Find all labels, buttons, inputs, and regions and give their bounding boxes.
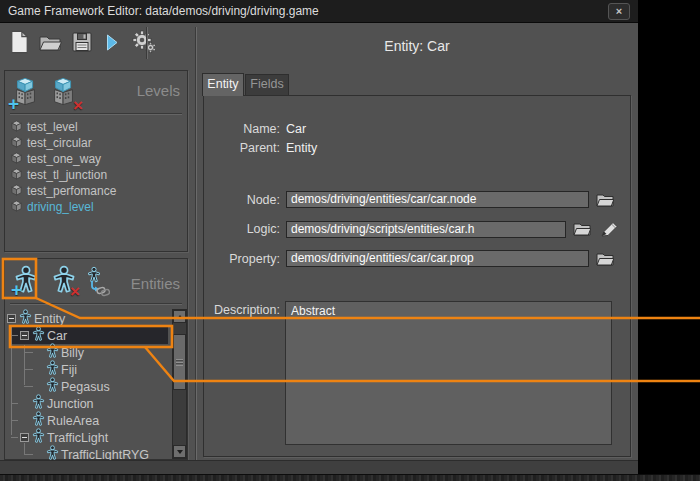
settings-button[interactable] (132, 30, 156, 54)
tree-item-car[interactable]: Car (5, 327, 168, 344)
file-fields: Node:demos/driving/entities/car/car.node… (206, 191, 631, 280)
play-button[interactable] (102, 34, 122, 51)
entities-panel-title: Entities (131, 275, 180, 292)
name-label: Name: (206, 122, 280, 136)
tree-item-label: TrafficLight (47, 431, 108, 445)
remove-entity-button[interactable]: × (48, 263, 80, 299)
tree-item-billy[interactable]: Billy (5, 344, 168, 361)
tree-item-pegasus[interactable]: Pegasus (5, 378, 168, 395)
add-entity-button[interactable]: + (10, 263, 42, 299)
node-label: Node: (206, 193, 280, 207)
levels-list: test_leveltest_circulartest_one_waytest_… (11, 119, 183, 215)
titlebar: Game Framework Editor: data/demos/drivin… (0, 0, 638, 23)
tree-item-entity[interactable]: Entity (5, 310, 168, 327)
tree-connector (24, 386, 33, 387)
level-list-item[interactable]: test_circular (11, 135, 183, 151)
tree-scrollbar[interactable] (172, 309, 187, 459)
tree-item-label: Junction (47, 397, 94, 411)
tree-expander-icon[interactable] (20, 433, 29, 442)
app-window: Game Framework Editor: data/demos/drivin… (0, 0, 638, 474)
close-button[interactable]: × (608, 3, 630, 20)
link-entity-button[interactable] (86, 263, 118, 299)
parent-label: Parent: (206, 141, 280, 155)
levels-panel: + × Levels test_leveltest_circulartest_o… (4, 70, 188, 252)
entity-person-icon (32, 326, 47, 345)
level-list-item[interactable]: test_level (11, 119, 183, 135)
toolbar-separator (146, 27, 148, 59)
levels-separator (10, 113, 182, 115)
property-label: Property: (206, 252, 280, 266)
level-item-label: test_level (27, 120, 78, 134)
tree-connector (24, 369, 33, 370)
level-list-item[interactable]: test_tl_junction (11, 167, 183, 183)
entities-panel: + × Entities Entity Car Billy Fiji Pegas… (4, 258, 188, 460)
tree-connector (11, 437, 18, 438)
node-path-input[interactable]: demos/driving/entities/car/car.node (286, 191, 589, 208)
parent-value: Entity (286, 141, 317, 155)
add-level-button[interactable]: + (10, 75, 42, 111)
level-cube-icon (11, 198, 27, 216)
tab-fields[interactable]: Fields (245, 74, 289, 95)
entity-person-icon (32, 428, 47, 447)
tree-item-trafficlight[interactable]: TrafficLight (5, 429, 168, 446)
logic-row: Logic:demos/driving/scripts/entities/car… (206, 221, 631, 238)
property-row: Property:demos/driving/entities/car/car.… (206, 250, 631, 267)
new-file-button[interactable] (10, 30, 29, 54)
entities-toolbar: + × (10, 263, 118, 299)
property-folder-button[interactable] (596, 252, 614, 266)
tree-item-label: Entity (34, 312, 65, 326)
level-item-label: test_circular (27, 136, 92, 150)
tree-item-label: Fiji (61, 363, 77, 377)
description-textarea[interactable]: Abstract (285, 301, 612, 445)
tree-expander-icon[interactable] (7, 314, 16, 323)
level-list-item[interactable]: test_one_way (11, 151, 183, 167)
window-footer (0, 460, 638, 474)
screen: Game Framework Editor: data/demos/drivin… (0, 0, 700, 481)
levels-toolbar: + × (10, 75, 80, 111)
main-toolbar (10, 30, 156, 54)
tree-expander-icon[interactable] (20, 331, 29, 340)
window-title: Game Framework Editor: data/demos/drivin… (8, 4, 319, 18)
screen-bottom-strip (0, 474, 700, 481)
remove-level-button[interactable]: × (48, 75, 80, 111)
level-item-label: test_one_way (27, 152, 101, 166)
level-item-label: test_tl_junction (27, 168, 107, 182)
level-list-item[interactable]: driving_level (11, 199, 183, 215)
tree-item-label: Car (47, 329, 67, 343)
level-list-item[interactable]: test_perfomance (11, 183, 183, 199)
node-row: Node:demos/driving/entities/car/car.node (206, 191, 631, 208)
property-path-input[interactable]: demos/driving/entities/car/car.prop (286, 250, 589, 267)
level-item-label: test_perfomance (27, 184, 116, 198)
description-label: Description: (203, 303, 280, 317)
levels-panel-title: Levels (137, 82, 180, 99)
tree-connector (24, 352, 33, 353)
save-button[interactable] (72, 32, 92, 52)
entity-header-title: Entity: Car (198, 38, 636, 54)
logic-path-input[interactable]: demos/driving/scripts/entities/car.h (286, 221, 566, 238)
tree-connector (11, 420, 18, 421)
scroll-down-button[interactable] (173, 445, 186, 458)
entities-tree: Entity Car Billy Fiji Pegasus Junction R… (5, 310, 171, 460)
tree-item-fiji[interactable]: Fiji (5, 361, 168, 378)
tree-item-label: RuleArea (47, 414, 99, 428)
logic-label: Logic: (206, 222, 280, 236)
tree-item-label: Billy (61, 346, 84, 360)
tree-item-rulearea[interactable]: RuleArea (5, 412, 168, 429)
entity-person-icon (46, 377, 61, 396)
name-value: Car (286, 122, 306, 136)
level-item-label: driving_level (27, 200, 94, 214)
scroll-up-button[interactable] (173, 310, 186, 323)
tree-item-label: Pegasus (61, 380, 110, 394)
scrollbar-thumb[interactable] (173, 334, 186, 390)
tree-item-junction[interactable]: Junction (5, 395, 168, 412)
tree-connector (11, 335, 18, 336)
entities-separator (10, 303, 182, 305)
logic-folder-button[interactable] (573, 222, 591, 236)
tab-entity[interactable]: Entity (202, 73, 244, 96)
tree-connector (11, 403, 18, 404)
logic-pencil-button[interactable] (600, 221, 619, 238)
open-folder-button[interactable] (39, 33, 62, 52)
node-folder-button[interactable] (596, 193, 614, 207)
panel-divider (195, 27, 197, 460)
tree-connector (24, 454, 33, 455)
